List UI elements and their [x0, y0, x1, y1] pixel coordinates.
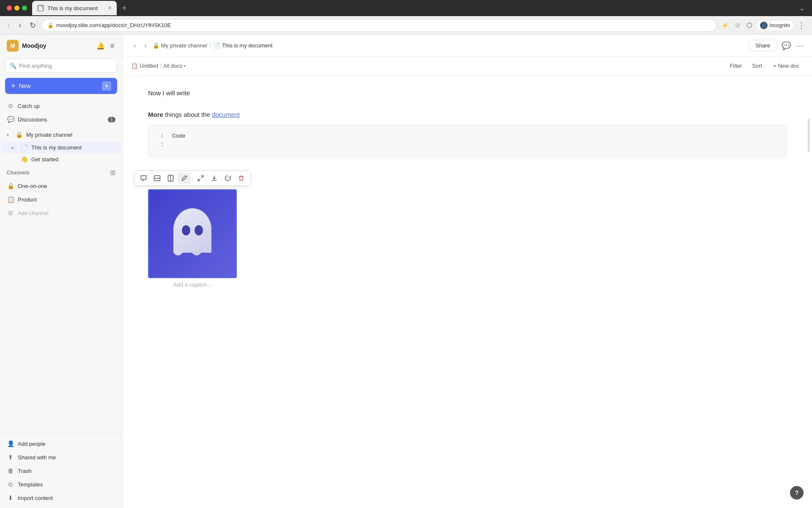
more-options-icon[interactable]: ⋯ — [796, 41, 804, 50]
breadcrumb-doc-title: This is my document — [222, 42, 272, 49]
collapse-sidebar-button[interactable]: ≡ — [109, 41, 115, 51]
breadcrumb-doc-icon: 📄 — [214, 42, 220, 49]
share-button[interactable]: Share — [749, 40, 776, 51]
image-delete-button[interactable] — [235, 173, 248, 184]
sidebar-item-get-started[interactable]: 👋 Get started — [2, 153, 121, 165]
image-download-button[interactable] — [208, 173, 221, 184]
product-icon: 📋 — [7, 196, 14, 203]
discussions-icon: 💬 — [7, 116, 14, 123]
tab-bar-end-button[interactable]: ⌄ — [796, 3, 809, 13]
sidebar-item-product[interactable]: 📋 Product — [2, 193, 121, 206]
new-button[interactable]: + New ▾ — [5, 78, 117, 94]
minimize-dot[interactable] — [14, 6, 19, 11]
section-text-link[interactable]: document — [212, 111, 240, 118]
image-toolbar — [134, 171, 251, 186]
workspace-name: Moodjoy — [22, 42, 92, 49]
new-doc-button[interactable]: + New doc — [769, 61, 804, 71]
sidebar-item-catch-up[interactable]: ⊙ Catch up — [2, 99, 121, 113]
breadcrumb: 🔒 My private channel / 📄 This is my docu… — [153, 42, 746, 49]
browser-nav-actions: ⚡ ☆ ⬡ 👤 Incognito ⋮ — [720, 19, 807, 32]
workspace-avatar: M — [7, 40, 19, 52]
breadcrumb-separator: / — [210, 43, 211, 49]
incognito-badge[interactable]: 👤 Incognito — [757, 21, 793, 30]
search-bar[interactable]: 🔍 Find anything — [5, 58, 117, 73]
image-replace-button[interactable] — [222, 173, 234, 184]
sidebar-item-my-private-channel[interactable]: ▾ 🔒 My private channel — [2, 128, 121, 141]
code-block: 1 Code 2 — [148, 125, 787, 157]
filter-button[interactable]: Filter — [726, 61, 745, 71]
catch-up-label: Catch up — [18, 103, 115, 109]
sidebar-bottom: 👤 Add people ⬆ Shared with me 🗑 Trash ⊙ … — [0, 433, 122, 508]
toolbar-untitled[interactable]: Untitled — [140, 63, 158, 69]
import-content-icon: ⬇ — [7, 494, 14, 502]
scroll-indicator — [808, 119, 809, 152]
shared-with-me-icon: ⬆ — [7, 453, 14, 461]
image-expand-button[interactable] — [195, 173, 207, 184]
maximize-dot[interactable] — [22, 6, 27, 11]
image-align-left-button[interactable] — [151, 173, 164, 184]
new-btn-arrow: ▾ — [102, 81, 111, 91]
add-channel-icon-btn[interactable]: ⊞ — [110, 168, 115, 177]
back-button[interactable]: ‹ — [5, 19, 13, 31]
bookmark-button[interactable]: ☆ — [733, 19, 742, 31]
cast-button[interactable]: ⬡ — [745, 19, 754, 31]
tab-close-button[interactable]: × — [108, 5, 112, 11]
address-text: moodjoy.slite.com/app/docs/r_DHzUYfHSK10… — [56, 22, 711, 28]
sidebar-item-shared-with-me[interactable]: ⬆ Shared with me — [2, 450, 121, 464]
sidebar-item-templates[interactable]: ⊙ Templates — [2, 478, 121, 491]
comment-icon[interactable]: 💬 — [782, 41, 791, 50]
breadcrumb-private-channel[interactable]: 🔒 My private channel — [153, 42, 207, 49]
sidebar-item-add-people[interactable]: 👤 Add people — [2, 437, 121, 450]
search-icon: 🔍 — [10, 63, 16, 69]
paragraph-now-i-will-write: Now I will write — [148, 88, 787, 98]
doc-label: This is my document — [31, 144, 115, 151]
breadcrumb-current-doc: 📄 This is my document — [214, 42, 272, 49]
browser-chrome: 📄 This is my document × + ⌄ ‹ › ↻ 🔒 mood… — [0, 0, 812, 35]
sort-button[interactable]: Sort — [749, 61, 765, 71]
all-docs-button[interactable]: All docs ▾ — [163, 63, 186, 69]
all-docs-label: All docs — [163, 63, 183, 69]
help-button[interactable]: ? — [790, 486, 804, 500]
private-channel-label: My private channel — [26, 132, 115, 138]
image-comment-button[interactable] — [137, 173, 150, 184]
doc-section-more: More things about the document 1 Code 2 — [148, 111, 787, 157]
active-tab[interactable]: 📄 This is my document × — [32, 1, 117, 15]
address-bar[interactable]: 🔒 moodjoy.slite.com/app/docs/r_DHzUYfHSK… — [42, 19, 716, 32]
trash-label: Trash — [18, 468, 115, 474]
code-line-1: 1 Code — [155, 132, 779, 141]
sidebar-navigation: ⊙ Catch up 💬 Discussions 1 ▾ 🔒 My privat… — [0, 99, 122, 433]
catch-up-icon: ⊙ — [7, 102, 14, 110]
doc-nav-forward-button[interactable]: › — [142, 40, 149, 51]
sidebar-item-trash[interactable]: 🗑 Trash — [2, 464, 121, 478]
line-number-2: 2 — [155, 141, 164, 150]
get-started-emoji-icon: 👋 — [20, 155, 28, 163]
image-caption[interactable]: Add a caption... — [148, 282, 237, 288]
new-tab-button[interactable]: + — [118, 3, 130, 13]
add-channel-icon: ⊞ — [7, 209, 14, 217]
extensions-button[interactable]: ⚡ — [720, 20, 730, 30]
channels-header: Channels ⊞ — [7, 168, 115, 177]
notifications-button[interactable]: 🔔 — [96, 41, 106, 51]
sidebar-item-import-content[interactable]: ⬇ Import content — [2, 491, 121, 505]
ghost-image — [148, 189, 237, 278]
doc-toolbar: 📋 Untitled / All docs ▾ Filter Sort + Ne… — [123, 57, 812, 75]
doc-nav-back-button[interactable]: ‹ — [131, 40, 138, 51]
sidebar-item-this-is-my-document[interactable]: ▸ 📄 This is my document — [2, 141, 121, 153]
incognito-icon: 👤 — [760, 22, 768, 29]
sidebar-item-one-on-one[interactable]: 🔒 One-on-one — [2, 179, 121, 193]
line-code-1: Code — [172, 132, 185, 141]
browser-menu-button[interactable]: ⋮ — [796, 19, 807, 32]
sidebar-item-discussions[interactable]: 💬 Discussions 1 — [2, 113, 121, 126]
close-dot[interactable] — [7, 6, 12, 11]
svg-point-8 — [182, 225, 190, 235]
import-content-label: Import content — [18, 495, 115, 501]
doc-header: ‹ › 🔒 My private channel / 📄 This is my … — [123, 35, 812, 57]
sidebar-item-add-channel[interactable]: ⊞ Add channel — [2, 206, 121, 220]
tab-bar: 📄 This is my document × + ⌄ — [0, 0, 812, 16]
one-on-one-icon: 🔒 — [7, 182, 14, 190]
channels-title: Channels — [7, 170, 30, 176]
forward-button[interactable]: › — [16, 19, 24, 31]
image-draw-button[interactable] — [178, 173, 191, 184]
reload-button[interactable]: ↻ — [27, 19, 38, 32]
image-align-center-button[interactable] — [165, 173, 177, 184]
